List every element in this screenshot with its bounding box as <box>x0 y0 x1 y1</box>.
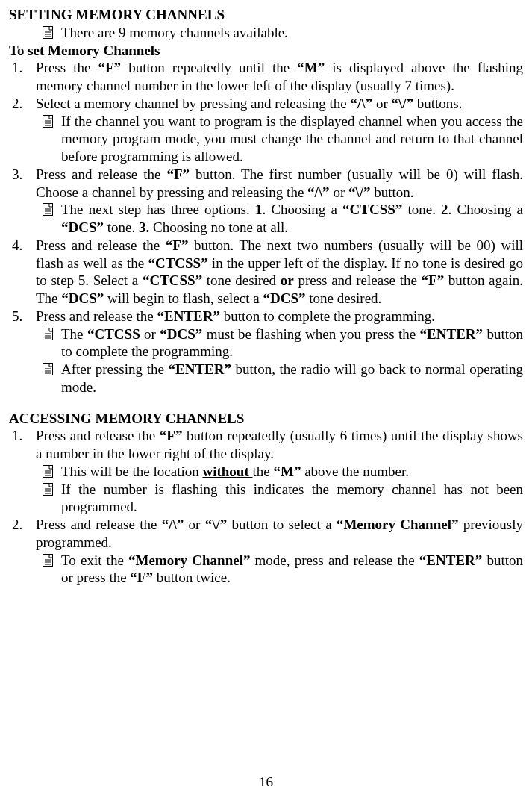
note-text: The next step has three options. 1. Choo… <box>61 201 523 237</box>
list-item: 2. Press and release the “/\” or “\/” bu… <box>9 516 523 552</box>
section-subtitle: To set Memory Channels <box>9 42 523 60</box>
page-number: 16 <box>9 773 523 786</box>
note-item: This will be the location without the “M… <box>9 463 523 481</box>
note-item: The “CTCSS or “DCS” must be flashing whe… <box>9 325 523 361</box>
note-icon <box>34 552 61 567</box>
note-item: The next step has three options. 1. Choo… <box>9 201 523 237</box>
section-title: SETTING MEMORY CHANNELS <box>9 6 523 24</box>
note-text: There are 9 memory channels available. <box>61 24 523 42</box>
note-icon <box>34 325 61 340</box>
list-item: 1. Press the “F” button repeatedly until… <box>9 59 523 95</box>
note-item: If the channel you want to program is th… <box>9 113 523 166</box>
note-icon <box>34 201 61 216</box>
list-number: 1. <box>9 59 36 77</box>
note-icon <box>34 24 61 39</box>
note-text: If the channel you want to program is th… <box>61 113 523 166</box>
list-item: 3. Press and release the “F” button. The… <box>9 166 523 202</box>
section-title: ACCESSING MEMORY CHANNELS <box>9 410 523 428</box>
note-icon <box>34 113 61 128</box>
list-text: Select a memory channel by pressing and … <box>36 95 523 113</box>
list-text: Press the “F” button repeatedly until th… <box>36 59 523 95</box>
list-number: 1. <box>9 427 36 445</box>
note-icon <box>34 481 61 496</box>
list-text: Press and release the “ENTER” button to … <box>36 308 523 325</box>
note-text: The “CTCSS or “DCS” must be flashing whe… <box>61 325 523 361</box>
note-text: To exit the “Memory Channel” mode, press… <box>61 552 523 587</box>
list-item: 1. Press and release the “F” button repe… <box>9 427 523 463</box>
list-item: 4. Press and release the “F” button. The… <box>9 237 523 308</box>
list-text: Press and release the “F” button. The fi… <box>36 166 523 202</box>
note-item: To exit the “Memory Channel” mode, press… <box>9 552 523 587</box>
list-text: Press and release the “/\” or “\/” butto… <box>36 516 523 552</box>
note-icon <box>34 361 61 375</box>
list-item: 5. Press and release the “ENTER” button … <box>9 308 523 325</box>
list-number: 2. <box>9 95 36 113</box>
note-item: There are 9 memory channels available. <box>9 24 523 42</box>
list-item: 2. Select a memory channel by pressing a… <box>9 95 523 113</box>
list-text: Press and release the “F” button repeate… <box>36 427 523 463</box>
list-text: Press and release the “F” button. The ne… <box>36 237 523 308</box>
note-item: If the number is flashing this indicates… <box>9 481 523 517</box>
list-number: 2. <box>9 516 36 534</box>
note-icon <box>34 463 61 478</box>
list-number: 5. <box>9 308 36 325</box>
note-text: This will be the location without the “M… <box>61 463 523 481</box>
note-item: After pressing the “ENTER” button, the r… <box>9 361 523 396</box>
note-text: If the number is flashing this indicates… <box>61 481 523 517</box>
list-number: 4. <box>9 237 36 255</box>
note-text: After pressing the “ENTER” button, the r… <box>61 361 523 396</box>
list-number: 3. <box>9 166 36 184</box>
